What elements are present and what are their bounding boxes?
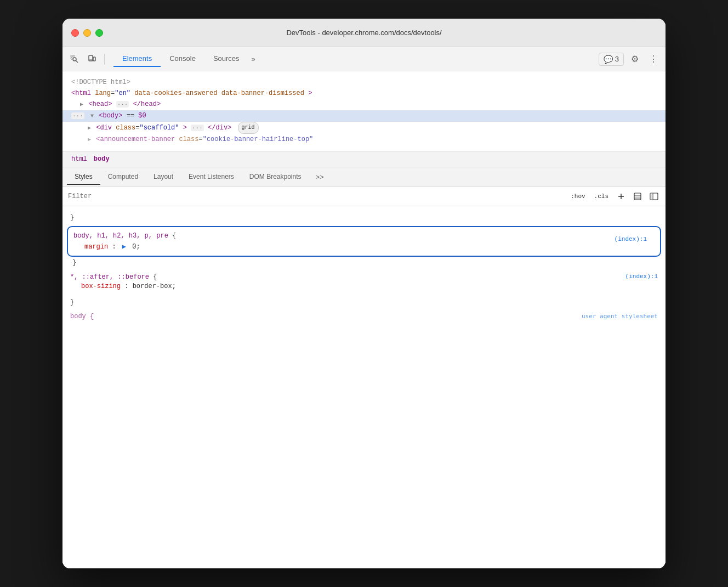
- chat-icon: 💬: [604, 55, 613, 64]
- top-tabs: Elements Console Sources »: [113, 51, 596, 67]
- svg-rect-1: [73, 55, 75, 57]
- hov-button[interactable]: :hov: [568, 192, 587, 201]
- css-rule-2[interactable]: *, ::after, ::before { (index):1 box-siz…: [62, 270, 666, 295]
- css-rule-1-highlight: body, h1, h2, h3, p, pre { (index):1 mar…: [67, 226, 661, 257]
- dom-line-head[interactable]: ▶ <head> ··· </head>: [62, 99, 666, 110]
- css-rule-1-margin[interactable]: margin : ▶ 0;: [73, 241, 655, 252]
- tab-layout[interactable]: Layout: [146, 170, 181, 185]
- css-rule-2-boxsizing[interactable]: box-sizing : border-box;: [70, 281, 658, 292]
- element-state-button[interactable]: [632, 190, 644, 202]
- panel-tabs: Styles Computed Layout Event Listeners D…: [62, 167, 666, 187]
- tab-elements[interactable]: Elements: [113, 51, 161, 67]
- tab-styles[interactable]: Styles: [67, 170, 100, 185]
- dom-line-doctype[interactable]: <!DOCTYPE html>: [62, 77, 666, 88]
- notification-badge[interactable]: 💬 3: [599, 53, 624, 66]
- css-closing-top: }: [62, 211, 666, 225]
- device-icon[interactable]: [84, 52, 100, 67]
- more-tabs-button[interactable]: »: [248, 53, 259, 65]
- close-button[interactable]: [71, 29, 79, 37]
- tab-dom-breakpoints[interactable]: DOM Breakpoints: [242, 170, 309, 185]
- svg-rect-0: [71, 55, 72, 57]
- source-link-1[interactable]: (index):1: [615, 234, 647, 245]
- title-bar: DevTools - developer.chrome.com/docs/dev…: [62, 19, 666, 47]
- tab-event-listeners[interactable]: Event Listeners: [181, 170, 242, 185]
- svg-rect-5: [93, 57, 95, 61]
- tab-computed[interactable]: Computed: [100, 170, 146, 185]
- cls-button[interactable]: .cls: [592, 192, 611, 201]
- breadcrumb: html body: [62, 151, 666, 167]
- traffic-lights: [71, 29, 103, 37]
- dom-line-html[interactable]: <html lang="en" data-cookies-answered da…: [62, 88, 666, 99]
- filter-actions: :hov .cls: [568, 190, 660, 202]
- minimize-button[interactable]: [83, 29, 91, 37]
- svg-rect-12: [650, 193, 653, 200]
- dom-line-announcement[interactable]: ▶ <announcement-banner class="cookie-ban…: [62, 134, 666, 145]
- toolbar-right: 💬 3 ⚙ ⋮: [599, 52, 661, 67]
- grid-badge[interactable]: grid: [238, 122, 259, 134]
- panel-more-tabs[interactable]: >>: [311, 171, 328, 183]
- dom-line-div[interactable]: ▶ <div class="scaffold" > ··· </div> gri…: [62, 122, 666, 134]
- breadcrumb-body[interactable]: body: [92, 155, 112, 163]
- filter-bar: :hov .cls: [62, 187, 666, 206]
- css-rule-1[interactable]: body, h1, h2, h3, p, pre { (index):1: [73, 230, 655, 241]
- devtools-panel: Elements Console Sources » 💬 3 ⚙ ⋮ <!DOC…: [62, 47, 666, 568]
- svg-rect-2: [71, 58, 72, 59]
- top-toolbar: Elements Console Sources » 💬 3 ⚙ ⋮: [62, 47, 666, 71]
- inspect-icon[interactable]: [67, 52, 82, 67]
- devtools-window: DevTools - developer.chrome.com/docs/dev…: [62, 19, 666, 568]
- svg-rect-9: [634, 193, 641, 200]
- css-rule-3[interactable]: body { user agent stylesheet: [62, 309, 666, 324]
- breadcrumb-html[interactable]: html: [69, 155, 89, 163]
- source-link-2[interactable]: (index):1: [625, 273, 658, 280]
- css-rule-2-close: }: [62, 295, 666, 309]
- notification-count: 3: [615, 55, 619, 63]
- dom-panel: <!DOCTYPE html> <html lang="en" data-coo…: [62, 71, 666, 151]
- maximize-button[interactable]: [95, 29, 103, 37]
- source-link-3[interactable]: user agent stylesheet: [582, 313, 658, 320]
- toolbar-separator: [104, 54, 105, 65]
- svg-point-3: [73, 58, 76, 61]
- toggle-sidebar-button[interactable]: [648, 190, 660, 202]
- dom-line-body[interactable]: ··· ▼ <body> == $0: [62, 110, 666, 122]
- settings-button[interactable]: ⚙: [627, 52, 642, 67]
- tab-console[interactable]: Console: [161, 51, 204, 67]
- css-rule-1-close: }: [67, 257, 661, 269]
- css-rule-1-container: body, h1, h2, h3, p, pre { (index):1 mar…: [67, 226, 661, 269]
- styles-panel: Styles Computed Layout Event Listeners D…: [62, 167, 666, 568]
- add-rule-button[interactable]: [615, 190, 627, 202]
- tab-sources[interactable]: Sources: [204, 51, 248, 67]
- css-rules-panel: } body, h1, h2, h3, p, pre { (index):1 m…: [62, 206, 666, 568]
- window-title: DevTools - developer.chrome.com/docs/dev…: [286, 29, 441, 37]
- filter-input[interactable]: [68, 193, 564, 200]
- more-options-button[interactable]: ⋮: [646, 52, 661, 67]
